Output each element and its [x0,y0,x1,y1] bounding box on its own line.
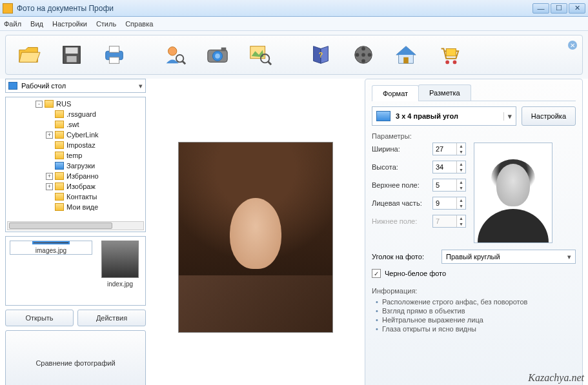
folder-icon [55,203,64,211]
folder-icon [55,141,64,149]
svg-point-25 [445,61,449,64]
tab-layout[interactable]: Разметка [418,84,471,101]
svg-rect-1 [66,48,78,54]
bottom-margin-label: Нижнее поле: [372,217,432,225]
cart-icon[interactable] [432,39,465,70]
folder-icon [55,172,64,180]
chevron-down-icon[interactable]: ▾ [139,82,143,90]
tree-item[interactable]: temp [6,150,145,161]
save-icon[interactable] [55,39,88,70]
bottom-margin-spinner: ▲▼ [432,215,466,228]
tree-expander-icon[interactable]: - [35,101,43,108]
svg-rect-23 [403,57,409,64]
svg-line-8 [182,61,185,64]
maximize-button[interactable]: ☐ [551,3,567,14]
down-arrow-icon[interactable]: ▼ [457,203,465,209]
folder-icon [55,183,64,190]
tree-expander-icon[interactable]: + [46,173,53,180]
tree-item[interactable]: Мои виде [6,202,145,212]
up-arrow-icon[interactable]: ▲ [457,179,465,185]
top-margin-spinner[interactable]: ▲▼ [432,179,466,192]
config-button[interactable]: Настройка [522,106,576,126]
tree-item[interactable]: +Избранно [6,171,145,181]
tree-item-label: Изображ [66,183,96,190]
tree-scrollbar[interactable] [7,221,144,230]
tree-expander-icon[interactable]: + [46,183,53,190]
chevron-down-icon[interactable]: ▾ [503,112,512,121]
info-header: Информация: [372,287,576,295]
menu-help[interactable]: Справка [125,20,153,28]
folder-icon [55,152,64,159]
right-panel: Формат Разметка 3 x 4 правый угол ▾ Наст… [365,79,583,385]
up-arrow-icon[interactable]: ▲ [457,143,465,149]
open-folder-icon[interactable] [12,39,46,70]
thumbnail-item[interactable]: images.jpg [10,241,92,255]
home-icon[interactable] [389,39,423,70]
tree-expander-icon[interactable]: + [46,132,53,139]
corner-select[interactable]: Правый круглый ▾ [441,250,576,264]
svg-text:?: ? [319,52,323,59]
toolbar-close-icon[interactable]: ✕ [568,41,577,50]
thumbnail-image [32,241,70,244]
main-photo[interactable] [178,142,333,333]
tree-item-label: CyberLink [66,131,99,139]
height-spinner[interactable]: ▲▼ [432,161,466,173]
width-input[interactable] [433,143,456,155]
tree-item[interactable]: .rssguard [6,109,145,119]
down-arrow-icon[interactable]: ▼ [457,167,465,173]
compare-button[interactable]: Сравнение фотографий [5,330,146,385]
bw-checkbox[interactable]: ✓ [372,269,381,278]
menu-settings[interactable]: Настройки [52,20,87,28]
format-label: 3 x 4 правый угол [396,112,458,120]
height-label: Высота: [372,163,432,171]
minimize-button[interactable]: — [532,3,549,14]
up-arrow-icon[interactable]: ▲ [457,161,465,167]
tree-item[interactable]: Impostaz [6,140,145,150]
folder-icon [55,162,64,170]
help-book-icon[interactable]: ? [304,39,338,70]
bottom-margin-input [433,215,456,227]
path-dropdown[interactable]: Рабочий стол ▾ [5,79,146,93]
tree-item[interactable]: .swt [6,119,145,130]
actions-button[interactable]: Действия [77,310,146,326]
format-selector[interactable]: 3 x 4 правый угол ▾ [372,106,516,126]
params-header: Параметры: [372,132,576,140]
film-reel-icon[interactable] [347,39,380,70]
close-button[interactable]: ✕ [569,3,585,14]
user-search-icon[interactable] [158,39,192,70]
camera-icon[interactable] [201,39,234,70]
thumbnail-item[interactable]: index.jpg [99,241,141,301]
tree-item[interactable]: +CyberLink [6,130,145,140]
width-spinner[interactable]: ▲▼ [432,143,466,155]
tree-item[interactable]: -RUS [6,99,145,109]
svg-rect-5 [109,57,119,64]
tab-format[interactable]: Формат [372,85,419,101]
down-arrow-icon[interactable]: ▼ [457,185,465,191]
top-margin-input[interactable] [433,179,456,191]
face-part-input[interactable] [433,197,456,209]
svg-rect-24 [446,49,456,56]
menu-file[interactable]: Файл [4,20,21,28]
height-input[interactable] [433,161,456,173]
svg-point-18 [361,47,365,51]
tree-item-label: Мои виде [66,203,98,211]
tree-item[interactable]: Загрузки [6,161,145,171]
tree-item[interactable]: +Изображ [6,181,145,192]
face-part-spinner[interactable]: ▲▼ [432,197,466,210]
menu-style[interactable]: Стиль [96,20,116,28]
down-arrow-icon[interactable]: ▼ [457,149,465,155]
menu-view[interactable]: Вид [30,20,43,28]
print-icon[interactable] [97,39,131,70]
corner-value: Правый круглый [446,253,500,261]
folder-tree[interactable]: -RUS.rssguard.swt+CyberLinkImpostaztempЗ… [5,97,146,232]
folder-icon [55,193,64,201]
chevron-down-icon[interactable]: ▾ [567,253,571,261]
open-button[interactable]: Открыть [5,310,74,326]
tree-item-label: .swt [66,121,79,128]
image-search-icon[interactable] [243,39,277,70]
up-arrow-icon[interactable]: ▲ [457,197,465,203]
tree-item-label: temp [66,152,82,159]
format-icon [376,111,390,121]
folder-icon [55,131,64,139]
tree-item[interactable]: Контакты [6,192,145,202]
